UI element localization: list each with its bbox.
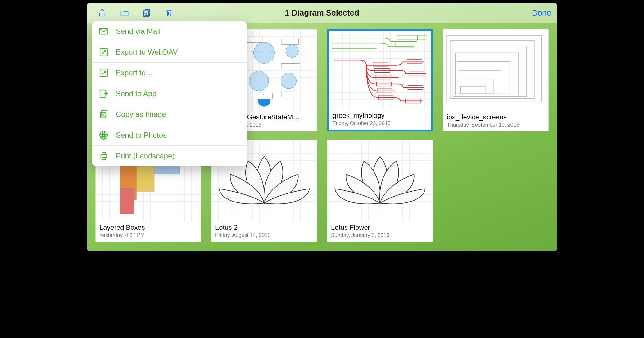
done-button[interactable]: Done [532,8,551,18]
document-name: greek_mythology [333,112,427,120]
photos-icon [98,130,109,140]
svg-rect-36 [453,46,527,97]
svg-rect-14 [282,91,300,97]
share-icon [98,8,107,18]
menu-item-export-webdav[interactable]: Export to WebDAV [92,42,247,63]
svg-rect-37 [456,53,519,95]
menu-item-print[interactable]: Print (Landscape) [92,146,247,166]
svg-rect-35 [450,41,534,98]
document-thumbnail [443,29,548,111]
document-date: Thursday, September 10, 2015 [447,122,545,128]
document-name: Lotus Flower [331,224,429,232]
menu-item-label: Send to Photos [116,131,167,140]
app-window: 1 Diagram Selected Done …rs …ne 16, 2015 [87,3,557,251]
document-date: Friday, October 23, 2015 [333,120,427,127]
folder-button[interactable] [115,6,134,20]
share-button[interactable] [93,6,111,20]
document-date: Sunday, January 3, 2016 [331,232,429,238]
folder-icon [120,8,129,18]
export-icon [98,68,109,78]
toolbar: 1 Diagram Selected Done [87,3,557,23]
svg-rect-45 [120,188,134,214]
menu-item-label: Send via Mail [116,27,161,36]
menu-item-send-photos[interactable]: Send to Photos [92,125,247,146]
share-popover: Send via Mail Export to WebDAV Export to… [92,21,247,166]
svg-rect-38 [457,62,510,94]
menu-item-label: Export to… [116,69,153,77]
document-card[interactable]: ios_device_screens Thursday, September 1… [443,29,549,131]
document-name: ios_device_screens [447,113,545,121]
document-thumbnail [329,31,431,110]
document-date: Yesterday, 4:37 PM [99,232,197,238]
menu-item-label: Copy as Image [116,110,166,119]
duplicate-icon [142,8,152,18]
toolbar-title: 1 Diagram Selected [87,8,557,18]
svg-rect-62 [102,152,106,155]
menu-item-label: Send to App [116,89,156,98]
svg-rect-22 [417,36,427,40]
duplicate-button[interactable] [138,6,156,20]
menu-item-send-mail[interactable]: Send via Mail [92,21,247,42]
mail-icon [98,26,109,37]
menu-item-label: Print (Landscape) [116,152,175,160]
trash-icon [165,8,174,18]
svg-rect-11 [282,63,300,69]
send-to-app-icon [98,88,109,99]
document-name: Layered Boxes [99,224,197,232]
export-webdav-icon [98,47,109,57]
svg-rect-39 [459,70,501,93]
svg-rect-13 [253,93,272,99]
trash-button[interactable] [160,6,179,20]
svg-rect-21 [397,36,417,40]
svg-rect-10 [282,39,298,44]
svg-rect-24 [373,62,388,66]
svg-rect-41 [461,86,485,93]
copy-image-icon [98,109,109,120]
menu-item-send-to-app[interactable]: Send to App [92,83,247,104]
svg-point-4 [286,45,299,58]
menu-item-export-to[interactable]: Export to… [92,63,247,83]
print-icon [98,151,109,161]
document-card[interactable]: Lotus Flower Sunday, January 3, 2016 [327,140,433,242]
document-date: Friday, August 14, 2015 [215,232,313,238]
svg-rect-63 [102,157,106,160]
svg-rect-9 [245,37,262,43]
document-name: Lotus 2 [215,224,313,232]
document-card[interactable]: greek_mythology Friday, October 23, 2015 [327,29,433,131]
menu-item-copy-image[interactable]: Copy as Image [92,104,247,125]
document-thumbnail [327,140,433,222]
svg-rect-50 [102,111,107,116]
menu-item-label: Export to WebDAV [116,48,178,56]
